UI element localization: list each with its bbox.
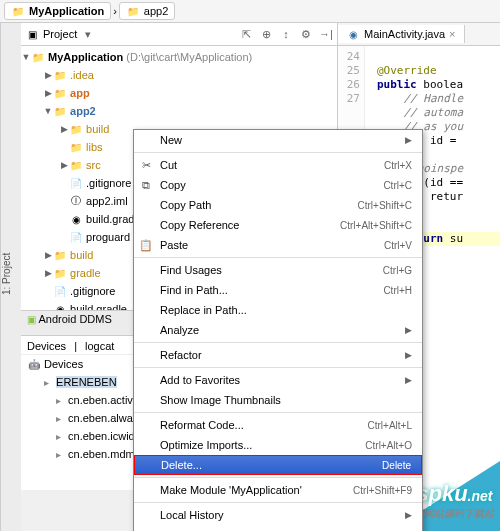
editor-tab[interactable]: ◉MainActivity.java× bbox=[338, 25, 465, 43]
tree-item[interactable]: ▼📁 app2 bbox=[21, 102, 337, 120]
menu-refactor[interactable]: Refactor▶ bbox=[134, 345, 422, 365]
left-gutter: 1: Project 7: Structure Build Variants 2… bbox=[0, 23, 21, 531]
devices-label: Devices bbox=[44, 358, 83, 370]
breadcrumb-child-label: app2 bbox=[144, 5, 168, 17]
menu-cut[interactable]: ✂CutCtrl+X bbox=[134, 155, 422, 175]
minimize-icon[interactable]: →| bbox=[319, 27, 333, 41]
close-icon[interactable]: × bbox=[449, 28, 455, 40]
menu-copy-path[interactable]: Copy PathCtrl+Shift+C bbox=[134, 195, 422, 215]
breadcrumb-root-label: MyApplication bbox=[29, 5, 104, 17]
tab-logcat[interactable]: logcat bbox=[85, 340, 114, 352]
menu-copy[interactable]: ⧉CopyCtrl+C bbox=[134, 175, 422, 195]
menu-replace-in-path[interactable]: Replace in Path... bbox=[134, 300, 422, 320]
collapse-icon[interactable]: ⇱ bbox=[239, 27, 253, 41]
tree-item[interactable]: ▶📁 app bbox=[21, 84, 337, 102]
menu-new[interactable]: New▶ bbox=[134, 130, 422, 150]
menu-reformat-code[interactable]: Reformat Code...Ctrl+Alt+L bbox=[134, 415, 422, 435]
menu-find-in-path[interactable]: Find in Path...Ctrl+H bbox=[134, 280, 422, 300]
gear-icon[interactable]: ⚙ bbox=[299, 27, 313, 41]
menu-delete[interactable]: Delete...Delete bbox=[134, 455, 422, 475]
menu-optimize-imports[interactable]: Optimize Imports...Ctrl+Alt+O bbox=[134, 435, 422, 455]
sort-icon[interactable]: ↕ bbox=[279, 27, 293, 41]
target-icon[interactable]: ⊕ bbox=[259, 27, 273, 41]
android-icon: 🤖 bbox=[27, 359, 41, 370]
folder-icon: 📁 bbox=[11, 6, 25, 17]
menu-local-history[interactable]: Local History▶ bbox=[134, 505, 422, 525]
tab-devices[interactable]: Devices bbox=[27, 340, 66, 352]
tab-project[interactable]: 1: Project bbox=[1, 252, 12, 294]
context-menu[interactable]: New▶✂CutCtrl+X⧉CopyCtrl+CCopy PathCtrl+S… bbox=[133, 129, 423, 531]
menu-show-image-thumbnails[interactable]: Show Image Thumbnails bbox=[134, 390, 422, 410]
chevron-down-icon[interactable]: ▾ bbox=[81, 27, 95, 41]
folder-icon: 📁 bbox=[126, 6, 140, 17]
chevron-right-icon: › bbox=[113, 5, 117, 17]
menu-find-usages[interactable]: Find UsagesCtrl+G bbox=[134, 260, 422, 280]
project-icon: ▣ bbox=[25, 29, 39, 40]
breadcrumb-child[interactable]: 📁app2 bbox=[119, 2, 175, 20]
menu-make-module-myapplication[interactable]: Make Module 'MyApplication'Ctrl+Shift+F9 bbox=[134, 480, 422, 500]
android-icon: ▣ bbox=[27, 314, 36, 325]
editor-tab-label: MainActivity.java bbox=[364, 28, 445, 40]
menu-synchronize-app2[interactable]: ↻Synchronize 'app2' bbox=[134, 525, 422, 531]
java-file-icon: ◉ bbox=[346, 29, 360, 40]
breadcrumb: 📁MyApplication › 📁app2 bbox=[0, 0, 500, 23]
project-label: Project bbox=[43, 28, 77, 40]
project-toolbar: ▣Project▾ ⇱ ⊕ ↕ ⚙ →| bbox=[21, 23, 337, 46]
ddms-title: Android DDMS bbox=[38, 313, 111, 325]
tree-root[interactable]: ▼📁 MyApplication (D:\git\cart\MyApplicat… bbox=[21, 48, 337, 66]
breadcrumb-root[interactable]: 📁MyApplication bbox=[4, 2, 111, 20]
menu-copy-reference[interactable]: Copy ReferenceCtrl+Alt+Shift+C bbox=[134, 215, 422, 235]
menu-paste[interactable]: 📋PasteCtrl+V bbox=[134, 235, 422, 255]
tree-item[interactable]: ▶📁 .idea bbox=[21, 66, 337, 84]
menu-add-to-favorites[interactable]: Add to Favorites▶ bbox=[134, 370, 422, 390]
menu-analyze[interactable]: Analyze▶ bbox=[134, 320, 422, 340]
